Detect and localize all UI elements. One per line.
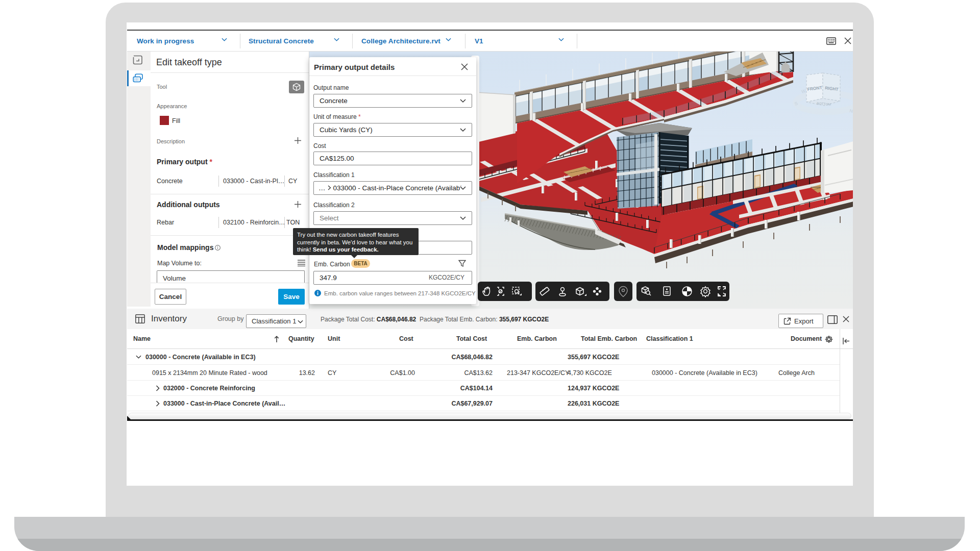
svg-text:N: N [849, 108, 853, 114]
svg-text:BOTTOM: BOTTOM [817, 102, 831, 106]
